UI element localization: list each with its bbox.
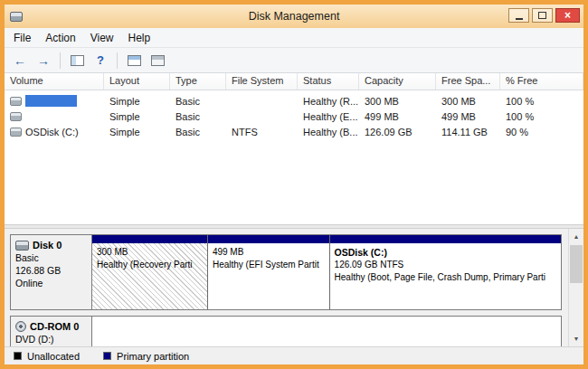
volume-list: Simple Basic Healthy (R... 300 MB 300 MB… xyxy=(5,90,583,224)
volume-name-cell: OSDisk (C:) xyxy=(5,127,104,137)
scroll-up-button[interactable]: ▲ xyxy=(569,229,583,244)
minimize-button[interactable] xyxy=(508,8,529,23)
vertical-scrollbar[interactable]: ▲ ▼ xyxy=(568,229,583,346)
menu-action[interactable]: Action xyxy=(38,30,82,46)
disk-size: 126.88 GB xyxy=(15,265,87,278)
selection-highlight xyxy=(25,95,77,107)
column-header-status[interactable]: Status xyxy=(298,73,359,90)
scroll-thumb[interactable] xyxy=(570,245,583,283)
window-controls: × xyxy=(508,8,580,23)
cdrom-0-partitions xyxy=(92,317,561,346)
partition-info: OSDisk (C:) 126.09 GB NTFS Healthy (Boot… xyxy=(330,243,561,309)
column-header-free-space[interactable]: Free Spa... xyxy=(436,73,500,90)
type-cell: Basic xyxy=(170,127,226,137)
pct-free-cell: 90 % xyxy=(500,127,583,137)
partition-efi[interactable]: 499 MB Healthy (EFI System Partit xyxy=(207,235,329,309)
column-header-type[interactable]: Type xyxy=(170,73,226,90)
layout-cell: Simple xyxy=(104,127,170,137)
partition-color-bar xyxy=(92,235,207,243)
scroll-down-button[interactable]: ▼ xyxy=(569,331,583,346)
column-header-volume[interactable]: Volume xyxy=(5,73,104,90)
partition-size: 300 MB xyxy=(97,246,203,259)
layout-cell: Simple xyxy=(104,111,170,122)
primary-partition-swatch xyxy=(103,352,111,360)
column-header-file-system[interactable]: File System xyxy=(226,73,298,90)
action-pane-button[interactable] xyxy=(147,51,167,71)
unallocated-swatch xyxy=(14,352,22,360)
volume-table-header: Volume Layout Type File System Status Ca… xyxy=(5,73,583,90)
disk-management-window: Disk Management × File Action View Help … xyxy=(0,0,588,369)
action-pane-icon xyxy=(151,55,165,66)
volume-icon xyxy=(10,112,22,121)
file-system-cell: NTFS xyxy=(226,127,298,137)
partition-title: OSDisk (C:) xyxy=(335,246,556,259)
cdrom-media: DVD (D:) xyxy=(15,334,87,346)
type-cell: Basic xyxy=(170,96,226,107)
console-tree-button[interactable] xyxy=(67,51,87,71)
partition-info: 300 MB Healthy (Recovery Parti xyxy=(92,243,207,309)
volume-row-recovery[interactable]: Simple Basic Healthy (R... 300 MB 300 MB… xyxy=(5,93,583,109)
help-icon: ? xyxy=(97,54,104,66)
partition-recovery[interactable]: 300 MB Healthy (Recovery Parti xyxy=(92,235,207,309)
layout-cell: Simple xyxy=(104,96,170,107)
disk-status: Online xyxy=(15,278,87,290)
partition-color-bar xyxy=(208,235,329,243)
capacity-cell: 126.09 GB xyxy=(359,127,436,137)
disk-type: Basic xyxy=(15,252,87,265)
capacity-cell: 300 MB xyxy=(359,96,436,107)
graphical-view: Disk 0 Basic 126.88 GB Online 300 MB Hea… xyxy=(5,229,583,346)
type-cell: Basic xyxy=(170,111,226,122)
disk-view-button[interactable] xyxy=(124,51,144,71)
console-tree-icon xyxy=(71,55,84,66)
volume-name-cell xyxy=(5,95,104,107)
partition-size: 126.09 GB NTFS xyxy=(335,259,556,271)
free-space-cell: 499 MB xyxy=(436,111,500,122)
disk-0-partitions: 300 MB Healthy (Recovery Parti 499 MB He… xyxy=(92,235,561,309)
toolbar-separator xyxy=(60,52,61,69)
forward-button[interactable]: → xyxy=(33,51,53,71)
volume-name: OSDisk (C:) xyxy=(25,127,79,137)
volume-name-cell xyxy=(5,112,104,121)
cdrom-0-label[interactable]: CD-ROM 0 DVD (D:) xyxy=(11,317,92,346)
column-header-capacity[interactable]: Capacity xyxy=(359,73,436,90)
menu-file[interactable]: File xyxy=(6,30,38,46)
status-cell: Healthy (E... xyxy=(298,111,359,122)
cd-icon xyxy=(15,321,26,332)
partition-status: Healthy (Boot, Page File, Crash Dump, Pr… xyxy=(335,271,556,284)
disk-icon xyxy=(15,241,29,251)
close-button[interactable]: × xyxy=(555,8,580,23)
toolbar: ← → ? xyxy=(5,48,583,73)
toolbar-separator xyxy=(117,52,118,69)
status-cell: Healthy (B... xyxy=(298,127,359,137)
back-icon: ← xyxy=(14,54,26,67)
unallocated-label: Unallocated xyxy=(27,351,80,362)
pct-free-cell: 100 % xyxy=(500,96,583,107)
free-space-cell: 114.11 GB xyxy=(436,127,500,137)
partition-size: 499 MB xyxy=(213,246,325,259)
app-icon[interactable] xyxy=(10,12,23,22)
maximize-button[interactable] xyxy=(532,8,553,23)
menubar: File Action View Help xyxy=(5,28,583,48)
cdrom-name: CD-ROM 0 xyxy=(30,320,79,333)
column-header-pct-free[interactable]: % Free xyxy=(500,73,583,90)
volume-row-efi[interactable]: Simple Basic Healthy (E... 499 MB 499 MB… xyxy=(5,109,583,124)
partition-info: 499 MB Healthy (EFI System Partit xyxy=(208,243,329,309)
maximize-icon xyxy=(538,12,546,19)
column-header-layout[interactable]: Layout xyxy=(104,73,170,90)
volume-icon xyxy=(10,97,22,106)
help-button[interactable]: ? xyxy=(90,51,110,71)
disk-0-label[interactable]: Disk 0 Basic 126.88 GB Online xyxy=(11,235,92,309)
disk-0-row: Disk 0 Basic 126.88 GB Online 300 MB Hea… xyxy=(10,234,562,310)
minimize-icon xyxy=(516,18,523,20)
window-title: Disk Management xyxy=(5,10,583,23)
menu-view[interactable]: View xyxy=(83,30,121,46)
volume-row-osdisk[interactable]: OSDisk (C:) Simple Basic NTFS Healthy (B… xyxy=(5,124,583,139)
titlebar: Disk Management × xyxy=(5,5,583,28)
status-cell: Healthy (R... xyxy=(298,96,359,107)
menu-help[interactable]: Help xyxy=(121,30,158,46)
capacity-cell: 499 MB xyxy=(359,111,436,122)
partition-status: Healthy (EFI System Partit xyxy=(213,259,325,271)
partition-osdisk[interactable]: OSDisk (C:) 126.09 GB NTFS Healthy (Boot… xyxy=(329,235,561,309)
volume-icon xyxy=(10,128,22,137)
back-button[interactable]: ← xyxy=(10,51,30,71)
